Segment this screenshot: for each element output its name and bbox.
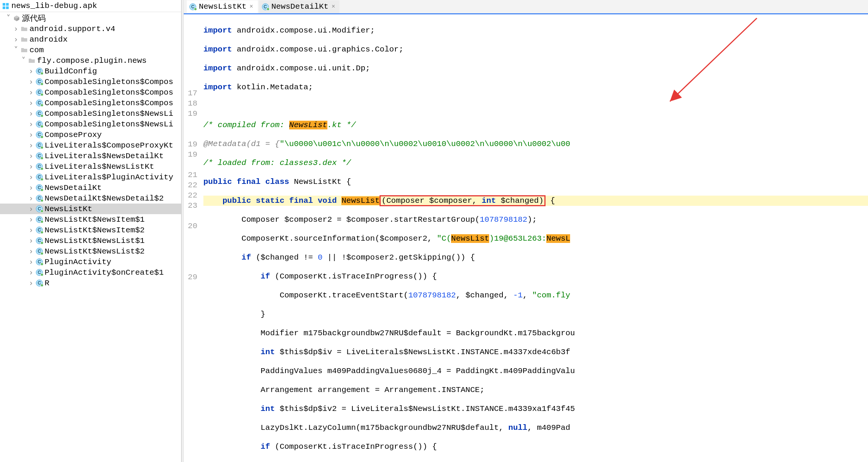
expand-toggle[interactable]: › (28, 184, 34, 192)
gutter-line (184, 47, 197, 58)
tree-class-item[interactable]: ›CBuildConfig (0, 66, 181, 76)
tree-class-item[interactable]: ›CComposableSingletons$Compos (0, 87, 181, 98)
apk-icon (2, 3, 9, 9)
tree-class-item[interactable]: ›CNewsListKt$NewsItem$1 (0, 214, 181, 225)
expand-toggle[interactable]: › (28, 236, 34, 245)
tree-class-item[interactable]: ›CNewsListKt (0, 204, 181, 214)
class-icon: C (36, 280, 43, 286)
expand-toggle[interactable]: › (28, 78, 34, 86)
tree-item-label: LiveLiterals$NewsListKt (45, 162, 154, 171)
tree-item-label: NewsListKt (45, 205, 92, 213)
gutter-line (184, 241, 197, 252)
gutter-line (184, 78, 197, 88)
svg-rect-1 (6, 3, 9, 6)
tree-class-item[interactable]: ›CNewsDetailKt$NewsDetail$2 (0, 193, 181, 204)
gutter-line: 17 (184, 88, 197, 98)
expand-toggle[interactable]: › (28, 162, 34, 171)
root-label: 源代码 (22, 13, 46, 23)
tree-class-item[interactable]: ›CComposableSingletons$NewsLi (0, 119, 181, 129)
tree-class-item[interactable]: ›CComposableSingletons$NewsLi (0, 108, 181, 119)
tree-item-label: LiveLiterals$PluginActivity (45, 173, 173, 182)
expand-toggle[interactable]: › (28, 194, 34, 203)
gutter-line (184, 129, 197, 139)
expand-toggle[interactable]: › (28, 258, 34, 266)
tree-item-label: ComposeProxy (45, 131, 102, 139)
apk-file-header[interactable]: news_lib-debug.apk (0, 0, 181, 12)
expand-toggle[interactable]: › (28, 173, 34, 182)
tree-folder-android-support[interactable]: › android.support.v4 (0, 23, 181, 34)
expand-toggle[interactable]: › (28, 141, 34, 150)
expand-toggle[interactable]: › (28, 205, 34, 213)
tree-item-label: PluginActivity$onCreate$1 (45, 268, 164, 277)
tab-label: NewsDetailKt (271, 2, 329, 11)
tree-class-item[interactable]: ›CLiveLiterals$PluginActivity (0, 172, 181, 182)
expand-toggle[interactable]: › (28, 67, 34, 76)
tree-class-item[interactable]: ›CLiveLiterals$NewsDetailKt (0, 151, 181, 161)
close-icon[interactable]: × (249, 3, 254, 10)
class-icon: C (36, 152, 43, 159)
gutter-line (184, 37, 197, 47)
expand-toggle[interactable]: › (28, 99, 34, 107)
expand-toggle[interactable]: › (28, 215, 34, 224)
tree-folder-fly-compose[interactable]: ˅ fly.compose.plugin.news (0, 55, 181, 66)
tree-class-item[interactable]: ›CNewsDetailKt (0, 182, 181, 193)
class-icon: C (36, 216, 43, 223)
tab-newsdetailkt[interactable]: C NewsDetailKt × (259, 0, 340, 13)
gutter-line: 19 (184, 109, 197, 119)
tree-item-label: NewsListKt$NewsItem$2 (45, 226, 145, 235)
tree-class-item[interactable]: ›CNewsListKt$NewsItem$2 (0, 225, 181, 235)
tree-class-item[interactable]: ›CPluginActivity (0, 257, 181, 267)
class-icon: C (36, 78, 43, 85)
expand-toggle[interactable]: › (28, 152, 34, 160)
expand-toggle[interactable]: › (28, 109, 34, 118)
tree-class-item[interactable]: ›CR (0, 278, 181, 288)
class-icon: C (36, 248, 43, 255)
expand-toggle[interactable]: › (28, 120, 34, 129)
folder-icon (20, 47, 28, 53)
class-icon: C (36, 174, 43, 180)
class-icon: C (36, 89, 43, 96)
tree-item-label: NewsListKt$NewsItem$1 (45, 215, 145, 224)
expand-toggle[interactable]: › (28, 247, 34, 256)
tab-newslistkt[interactable]: C NewsListKt × (187, 0, 258, 13)
gutter-line: 20 (184, 221, 197, 231)
tree-class-item[interactable]: ›CComposeProxy (0, 129, 181, 140)
tree-folder-androidx[interactable]: › androidx (0, 34, 181, 45)
expand-toggle[interactable]: › (28, 268, 34, 277)
expand-toggle[interactable]: ˅ (20, 56, 26, 65)
tree-class-item[interactable]: ›CNewsListKt$NewsList$1 (0, 235, 181, 246)
tree-class-item[interactable]: ›CComposableSingletons$Compos (0, 98, 181, 108)
expand-toggle[interactable]: › (28, 279, 34, 288)
tree-class-item[interactable]: ›CPluginActivity$onCreate$1 (0, 267, 181, 278)
tree-item-label: LiveLiterals$NewsDetailKt (45, 152, 164, 160)
expand-toggle[interactable]: ˅ (13, 45, 19, 55)
expand-toggle[interactable]: ˅ (5, 14, 11, 23)
class-icon: C (36, 227, 43, 233)
tree-item-label: PluginActivity (45, 258, 111, 266)
tree-folder-com[interactable]: ˅ com (0, 45, 181, 55)
tree-root[interactable]: ˅ 源代码 (0, 13, 181, 23)
expand-toggle[interactable]: › (13, 25, 19, 33)
class-icon: C (36, 142, 43, 149)
close-icon[interactable]: × (331, 3, 336, 10)
expand-toggle[interactable]: › (28, 226, 34, 235)
expand-toggle[interactable]: › (28, 131, 34, 139)
class-icon: C (36, 205, 43, 212)
gutter-line (184, 211, 197, 221)
gutter-line (184, 252, 197, 262)
expand-toggle[interactable]: › (28, 88, 34, 97)
tree-item-label: NewsDetailKt (45, 184, 102, 192)
tree-class-item[interactable]: ›CComposableSingletons$Compos (0, 76, 181, 87)
annotation-redbox: (Composer $composer, int $changed) (380, 195, 546, 206)
class-icon: C (36, 110, 43, 117)
tree-class-item[interactable]: ›CLiveLiterals$NewsListKt (0, 161, 181, 172)
gutter-line (184, 27, 197, 37)
code-content[interactable]: import androidx.compose.ui.Modifier; imp… (201, 14, 868, 462)
tree-item-label: NewsListKt$NewsList$1 (45, 236, 145, 245)
tree-class-item[interactable]: ›CLiveLiterals$ComposeProxyKt (0, 140, 181, 151)
expand-toggle[interactable]: › (13, 35, 19, 44)
line-gutter: 1718191919212222232029 (184, 14, 201, 462)
tree-item-label: LiveLiterals$ComposeProxyKt (45, 141, 173, 150)
tree-item-label: ComposableSingletons$Compos (45, 78, 173, 86)
tree-class-item[interactable]: ›CNewsListKt$NewsList$2 (0, 246, 181, 257)
